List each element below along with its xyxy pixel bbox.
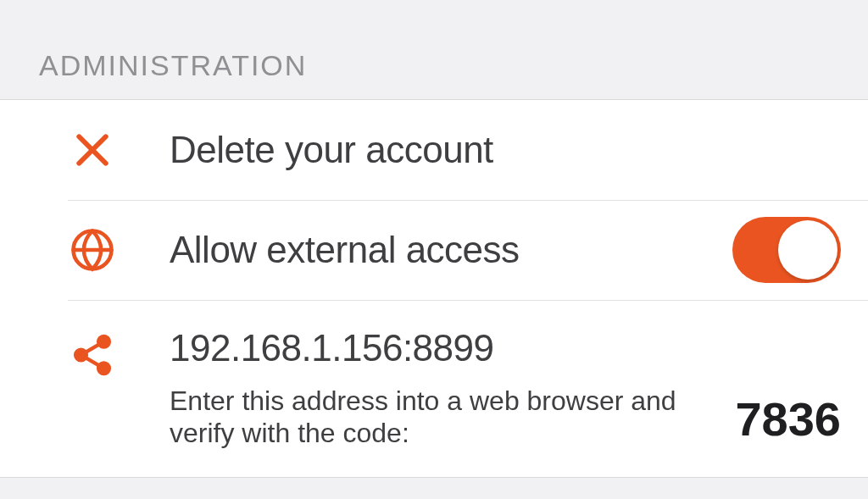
svg-line-8	[86, 358, 99, 365]
row-label-delete: Delete your account	[170, 129, 841, 171]
section-header-administration: ADMINISTRATION	[0, 0, 868, 99]
share-verification-code: 7836	[735, 391, 841, 450]
row-external-access: Allow external access	[0, 200, 868, 300]
share-icon	[0, 327, 170, 378]
globe-icon	[0, 227, 170, 273]
settings-list: Delete your account Allow external acces…	[0, 99, 868, 478]
external-access-toggle[interactable]	[732, 217, 841, 283]
share-address-value: 192.168.1.156:8899	[170, 327, 718, 369]
share-hint: Enter this address into a web browser an…	[170, 385, 718, 450]
close-icon	[0, 127, 170, 173]
row-share-address[interactable]: 192.168.1.156:8899 Enter this address in…	[0, 300, 868, 477]
row-delete-account[interactable]: Delete your account	[0, 100, 868, 200]
row-label-external: Allow external access	[170, 229, 732, 271]
share-text-block: 192.168.1.156:8899 Enter this address in…	[170, 327, 735, 450]
svg-line-7	[86, 344, 99, 352]
